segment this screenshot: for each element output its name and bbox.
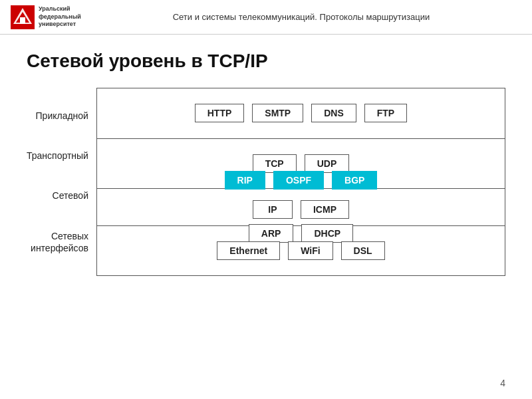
label-datalink: Сетевых интерфейсов [27,227,88,257]
protocol-diagram: HTTP SMTP DNS FTP TCP UDP RIP OSPF BGP [96,88,505,276]
proto-smtp: SMTP [252,104,303,122]
routing-row: RIP OSPF BGP [97,166,505,195]
proto-http: HTTP [195,104,245,122]
proto-ethernet: Ethernet [217,241,280,260]
proto-ftp: FTP [364,104,407,122]
logo-icon [11,5,35,29]
header-title: Сети и системы телекоммуникаций. Протоко… [81,12,521,22]
main-content: Сетевой уровень в TCP/IP Прикладной Тран… [0,35,532,287]
logo-text: Уральский федеральный университет [39,5,81,29]
header: Уральский федеральный университет Сети и… [0,0,532,35]
svg-rect-3 [20,17,25,24]
label-transport: Транспортный [27,147,88,164]
ip-icmp-row: IP ICMP [97,195,505,224]
application-layer: HTTP SMTP DNS FTP [97,88,505,139]
proto-rip: RIP [225,171,265,190]
page-number: 4 [500,378,505,388]
label-application: Прикладной [27,107,88,124]
datalink-layer: Ethernet WiFi DSL [97,226,505,276]
proto-ospf: OSPF [273,171,324,190]
network-layer: RIP OSPF BGP IP ICMP ARP DHCP [97,189,505,226]
page-title: Сетевой уровень в TCP/IP [27,51,505,72]
proto-icmp: ICMP [301,200,349,219]
proto-bgp: BGP [332,171,377,190]
layer-labels: Прикладной Транспортный Сетевой Сетевых … [27,88,88,276]
proto-wifi: WiFi [288,241,332,260]
proto-ip: IP [253,200,293,219]
label-network: Сетевой [27,187,88,204]
proto-dns: DNS [311,104,356,122]
logo: Уральский федеральный университет [11,5,81,29]
proto-dsl: DSL [341,241,385,260]
diagram: Прикладной Транспортный Сетевой Сетевых … [27,88,505,276]
